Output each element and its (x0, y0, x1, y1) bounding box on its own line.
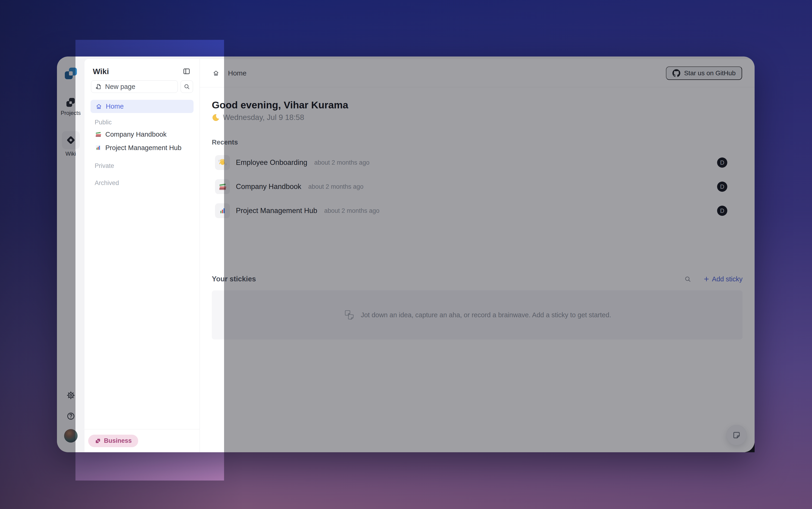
recents-list: Employee Onboarding about 2 months ago D… (212, 152, 743, 221)
star-github-button[interactable]: Star us on GitHub (666, 66, 742, 80)
stickies-search-icon[interactable] (684, 276, 691, 282)
recent-time: about 2 months ago (324, 207, 380, 214)
plan-badge[interactable]: Business (88, 435, 138, 447)
wiki-icon (66, 135, 76, 145)
main-panel: Home Star us on GitHub Good evening, Vih… (200, 59, 754, 452)
wave-emoji-icon (218, 158, 227, 167)
recent-time: about 2 months ago (308, 183, 364, 190)
panel-collapse-icon (183, 67, 190, 75)
recent-time: about 2 months ago (314, 159, 369, 166)
plan-icon (95, 438, 101, 444)
sidebar-header: Wiki (84, 59, 200, 79)
main-header: Home Star us on GitHub (200, 59, 754, 87)
quick-sticky-button[interactable] (726, 425, 747, 445)
sticky-stack-icon (343, 309, 355, 321)
sidebar-title: Wiki (93, 67, 109, 76)
search-button[interactable] (181, 80, 193, 93)
recent-row-project-management-hub[interactable]: Project Management Hub about 2 months ag… (212, 200, 743, 221)
app-window: Projects Wiki Wiki New page (57, 57, 754, 452)
rail-item-wiki[interactable]: Wiki (62, 131, 80, 157)
projects-icon (64, 96, 77, 108)
page-title: Company Handbook (105, 131, 167, 138)
rail-item-label: Wiki (66, 150, 76, 157)
recent-title: Company Handbook (236, 182, 302, 191)
new-page-icon (95, 83, 102, 90)
sidebar-item-company-handbook[interactable]: Company Handbook (91, 128, 193, 141)
app-logo-icon[interactable] (63, 66, 78, 81)
add-sticky-button[interactable]: Add sticky (703, 275, 743, 283)
rail-item-projects[interactable]: Projects (61, 96, 81, 116)
date-row: Wednesday, Jul 9 18:58 (212, 113, 743, 122)
plus-icon (703, 276, 710, 282)
rail-item-label: Projects (61, 110, 81, 116)
help-icon (66, 412, 75, 420)
gear-icon (66, 391, 75, 400)
editor-avatar: D (717, 158, 727, 168)
breadcrumb[interactable]: Home (213, 69, 247, 77)
collapse-sidebar-button[interactable] (181, 65, 192, 77)
books-emoji-icon (95, 131, 102, 138)
barchart-emoji-icon (95, 144, 102, 151)
section-private[interactable]: Private (91, 161, 193, 171)
new-page-label: New page (105, 83, 135, 91)
settings-button[interactable] (65, 389, 77, 401)
user-avatar[interactable] (64, 429, 77, 443)
plan-label: Business (104, 437, 132, 444)
new-page-button[interactable]: New page (91, 80, 178, 93)
recents-heading: Recents (212, 138, 743, 146)
recent-row-company-handbook[interactable]: Company Handbook about 2 months ago D (212, 176, 743, 197)
section-archived[interactable]: Archived (91, 178, 193, 188)
page-title: Project Management Hub (105, 144, 181, 152)
sidebar-actions: New page (91, 80, 193, 93)
help-button[interactable] (65, 410, 77, 422)
sidebar-item-project-management-hub[interactable]: Project Management Hub (91, 141, 193, 154)
recent-row-employee-onboarding[interactable]: Employee Onboarding about 2 months ago D (212, 152, 743, 173)
barchart-emoji-icon (218, 206, 227, 215)
content-panels: Wiki New page Home Public Company Han (84, 59, 754, 452)
home-icon (96, 103, 102, 110)
recent-title: Project Management Hub (236, 207, 317, 215)
sidebar: Wiki New page Home Public Company Han (84, 59, 200, 452)
date-text: Wednesday, Jul 9 18:58 (223, 113, 304, 122)
sidebar-item-label: Home (106, 103, 123, 110)
moon-emoji-icon (212, 113, 220, 121)
section-public[interactable]: Public (91, 117, 193, 127)
sidebar-footer: Business (84, 429, 200, 452)
github-icon (672, 69, 680, 77)
recent-title: Employee Onboarding (236, 159, 307, 167)
books-emoji-icon (218, 182, 227, 191)
sticky-note-icon (732, 431, 741, 440)
home-icon (213, 70, 219, 76)
nav-rail: Projects Wiki (57, 57, 84, 452)
stickies-empty-panel: Jot down an idea, capture an aha, or rec… (212, 291, 743, 339)
breadcrumb-label: Home (228, 69, 247, 77)
stickies-header: Your stickies Add sticky (212, 275, 743, 283)
greeting-title: Good evening, Vihar Kurama (212, 99, 743, 111)
search-icon (183, 83, 190, 90)
editor-avatar: D (717, 181, 727, 192)
editor-avatar: D (717, 206, 727, 216)
stickies-empty-message: Jot down an idea, capture an aha, or rec… (361, 311, 611, 319)
sidebar-item-home[interactable]: Home (91, 100, 193, 113)
stickies-heading: Your stickies (212, 275, 256, 283)
rail-bottom (64, 380, 77, 452)
github-button-label: Star us on GitHub (684, 69, 736, 77)
main-body: Good evening, Vihar Kurama Wednesday, Ju… (200, 87, 754, 452)
add-sticky-label: Add sticky (712, 275, 743, 283)
